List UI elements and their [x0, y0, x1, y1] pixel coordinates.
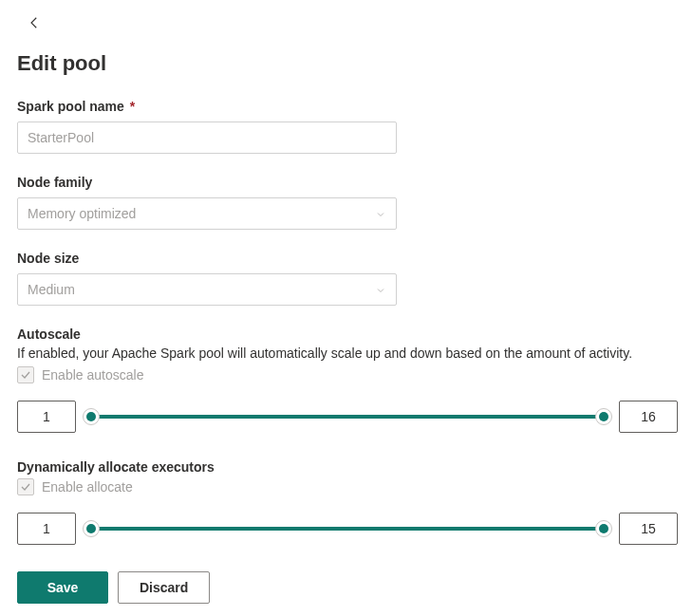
chevron-down-icon [375, 284, 386, 295]
label-text: Spark pool name [17, 99, 124, 114]
enable-autoscale-row: Enable autoscale [17, 366, 675, 383]
slider-track [91, 415, 604, 419]
autoscale-help-text: If enabled, your Apache Spark pool will … [17, 345, 675, 361]
autoscale-section: Autoscale If enabled, your Apache Spark … [17, 327, 675, 433]
executors-slider-min-thumb[interactable] [83, 520, 100, 537]
node-family-select[interactable]: Memory optimized [17, 197, 397, 230]
page-title: Edit pool [17, 51, 675, 76]
chevron-down-icon [375, 208, 386, 219]
arrow-left-icon [26, 14, 43, 31]
spark-pool-name-input[interactable] [17, 121, 397, 154]
autoscale-slider-max-thumb[interactable] [595, 408, 612, 425]
node-family-value: Memory optimized [28, 206, 136, 221]
discard-button[interactable]: Discard [118, 571, 210, 604]
executors-slider[interactable] [91, 519, 604, 538]
autoscale-heading: Autoscale [17, 327, 675, 342]
autoscale-min-input[interactable] [17, 401, 76, 433]
autoscale-slider-row [17, 401, 678, 433]
executors-heading: Dynamically allocate executors [17, 459, 675, 475]
back-arrow-button[interactable] [23, 11, 46, 34]
enable-allocate-checkbox[interactable] [17, 478, 34, 495]
field-spark-pool-name: Spark pool name * [17, 99, 675, 154]
autoscale-slider-min-thumb[interactable] [83, 408, 100, 425]
enable-allocate-row: Enable allocate [17, 478, 675, 495]
executors-slider-max-thumb[interactable] [595, 520, 612, 537]
executors-section: Dynamically allocate executors Enable al… [17, 459, 675, 545]
field-node-size: Node size Medium [17, 251, 675, 306]
label-node-family: Node family [17, 175, 675, 190]
enable-autoscale-checkbox[interactable] [17, 366, 34, 383]
executors-max-input[interactable] [619, 513, 678, 545]
executors-slider-row [17, 513, 678, 545]
label-spark-pool-name: Spark pool name * [17, 99, 675, 114]
checkmark-icon [20, 369, 31, 381]
autoscale-slider[interactable] [91, 407, 604, 426]
checkmark-icon [20, 481, 31, 493]
required-star: * [130, 99, 135, 114]
autoscale-max-input[interactable] [619, 401, 678, 433]
save-button[interactable]: Save [17, 571, 108, 604]
node-size-value: Medium [28, 282, 75, 297]
action-button-row: Save Discard [17, 571, 675, 604]
enable-autoscale-label: Enable autoscale [42, 367, 143, 383]
label-node-size: Node size [17, 251, 675, 266]
field-node-family: Node family Memory optimized [17, 175, 675, 230]
executors-min-input[interactable] [17, 513, 76, 545]
node-size-select[interactable]: Medium [17, 273, 397, 306]
slider-track [91, 527, 604, 531]
enable-allocate-label: Enable allocate [42, 479, 133, 495]
